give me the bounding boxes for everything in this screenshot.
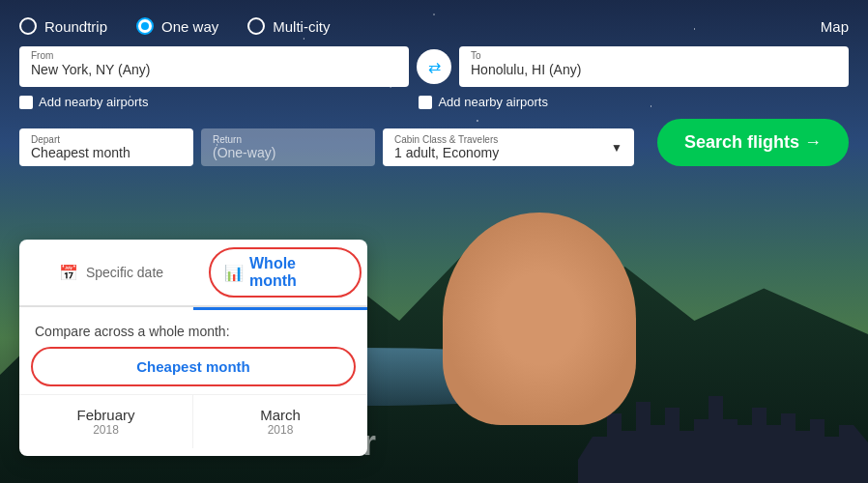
oneway-option[interactable]: One way xyxy=(136,17,218,35)
cabin-label-group: Cabin Class & Travelers 1 adult, Economy xyxy=(394,134,603,160)
specific-date-label: Specific date xyxy=(86,265,163,280)
multicity-radio[interactable] xyxy=(247,17,265,35)
whole-month-tab-wrapper: 📊 Whole month xyxy=(203,240,367,305)
roundtrip-option[interactable]: Roundtrip xyxy=(19,17,107,35)
to-nearby-checkbox[interactable] xyxy=(419,96,432,109)
return-label: Return xyxy=(213,134,363,145)
oneway-radio[interactable] xyxy=(136,17,154,35)
whole-month-label: Whole month xyxy=(249,255,346,290)
date-dropdown-panel: 📅 Specific date 📊 Whole month Compare ac… xyxy=(19,240,367,456)
calendar-icon: 📅 xyxy=(59,264,78,282)
cheapest-month-label: Cheapest month xyxy=(136,358,250,375)
person-area xyxy=(414,193,655,483)
from-label: From xyxy=(31,46,397,61)
date-cabin-row: Depart Cheapest month Return (One-way) C… xyxy=(19,119,849,166)
person-silhouette xyxy=(443,213,636,425)
depart-value: Cheapest month xyxy=(31,145,182,160)
multicity-label: Multi-city xyxy=(273,18,330,35)
to-field[interactable]: To xyxy=(459,46,849,87)
return-field[interactable]: Return (One-way) xyxy=(201,128,375,166)
swap-button[interactable]: ⇄ xyxy=(417,49,451,84)
route-row: From ⇄ To xyxy=(19,46,849,87)
specific-date-tab[interactable]: 📅 Specific date xyxy=(19,240,203,305)
cabin-chevron-icon: ▼ xyxy=(611,141,622,155)
from-field[interactable]: From xyxy=(19,46,409,87)
month-name-0: February xyxy=(35,407,177,423)
to-nearby-label: Add nearby airports xyxy=(438,95,547,109)
swap-icon: ⇄ xyxy=(428,58,441,76)
to-input[interactable] xyxy=(471,62,837,77)
oneway-label: One way xyxy=(161,18,218,35)
month-cell-1[interactable]: March 2018 xyxy=(193,394,367,448)
return-placeholder: (One-way) xyxy=(213,145,363,160)
from-nearby-checkbox[interactable] xyxy=(19,96,33,109)
compare-text: Compare across a whole month: xyxy=(19,310,367,347)
cabin-value: 1 adult, Economy xyxy=(394,145,603,160)
month-grid: February 2018 March 2018 xyxy=(19,394,367,448)
dropdown-tabs: 📅 Specific date 📊 Whole month xyxy=(19,240,367,307)
from-nearby-label: Add nearby airports xyxy=(39,95,148,109)
bar-chart-icon: 📊 xyxy=(224,264,244,282)
checkbox-row: Add nearby airports Add nearby airports xyxy=(19,95,849,109)
depart-label: Depart xyxy=(31,134,182,145)
roundtrip-radio[interactable] xyxy=(19,17,37,35)
header: Roundtrip One way Multi-city Map From ⇄ … xyxy=(0,0,868,166)
whole-month-tab[interactable]: 📊 Whole month xyxy=(209,247,362,298)
trip-type-row: Roundtrip One way Multi-city Map xyxy=(19,17,849,35)
roundtrip-label: Roundtrip xyxy=(44,18,107,35)
multicity-option[interactable]: Multi-city xyxy=(247,17,330,35)
cabin-class-field[interactable]: Cabin Class & Travelers 1 adult, Economy… xyxy=(383,128,634,166)
from-nearby-airports[interactable]: Add nearby airports xyxy=(19,95,148,109)
to-label: To xyxy=(471,46,837,61)
from-input[interactable] xyxy=(31,62,397,77)
month-year-1: 2018 xyxy=(209,423,352,437)
to-nearby-airports[interactable]: Add nearby airports xyxy=(419,95,547,109)
month-cell-0[interactable]: February 2018 xyxy=(19,394,193,448)
cheapest-month-option[interactable]: Cheapest month xyxy=(31,347,356,386)
depart-field[interactable]: Depart Cheapest month xyxy=(19,128,193,166)
cabin-label: Cabin Class & Travelers xyxy=(394,134,603,145)
month-name-1: March xyxy=(209,407,352,423)
search-button[interactable]: Search flights → xyxy=(657,119,849,166)
search-button-label: Search flights → xyxy=(684,132,822,153)
map-link[interactable]: Map xyxy=(821,18,849,35)
month-year-0: 2018 xyxy=(35,423,177,437)
